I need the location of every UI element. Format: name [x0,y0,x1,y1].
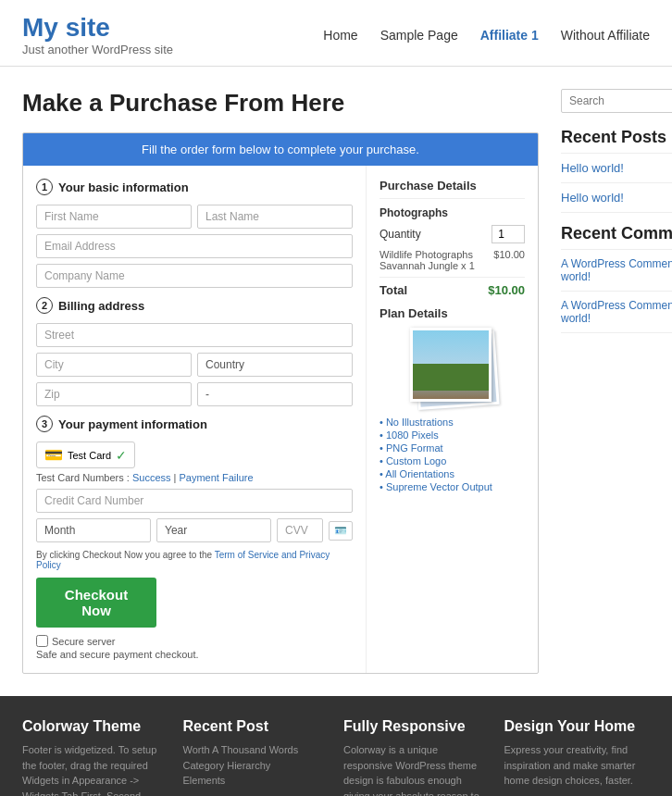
zip-input[interactable] [36,382,192,406]
search-box: 🔍 [561,89,672,113]
credit-card-input[interactable] [36,489,353,513]
footer-col3-title: Fully Responsive [343,718,490,735]
main-nav: Home Sample Page Affiliate 1 Without Aff… [323,28,650,43]
quantity-label: Quantity [380,228,421,241]
nav-without-affiliate[interactable]: Without Affiliate [561,28,650,43]
purchase-details-title: Purchase Details [380,179,525,199]
search-input[interactable] [569,94,672,107]
section2-label: Billing address [58,299,144,313]
form-body: 1 Your basic information [23,166,538,673]
footer-col1-text: Footer is widgetized. To setup the foote… [22,742,168,796]
form-left: 1 Your basic information [23,166,367,673]
feature-1: No Illustrations [380,417,525,428]
last-name-input[interactable] [197,205,353,229]
sidebar-comment-2: A WordPress Commenter on Hello world! [561,299,672,333]
company-input[interactable] [36,264,353,288]
street-row [36,323,353,347]
company-row [36,264,353,288]
tos-text: By clicking Checkout Now you agree to th… [36,550,353,570]
first-name-input[interactable] [36,205,192,229]
form-right: Purchase Details Photographs Quantity Wi… [367,166,538,673]
photo-ground [413,364,489,392]
street-input[interactable] [36,323,353,347]
total-amount: $10.00 [488,283,525,297]
cvv-icon: 🪪 [329,521,353,541]
section3-heading: 3 Your payment information [36,416,353,432]
section1-num: 1 [36,179,53,195]
site-title: My site [22,13,173,43]
product-detail: Wildlife Photographs Savannah Jungle x 1 [380,249,475,271]
city-input[interactable] [36,353,192,377]
success-link[interactable]: Success [132,472,171,483]
footer-col4-text: Express your creativity, find inspiratio… [504,742,651,789]
nav-sample-page[interactable]: Sample Page [380,28,458,43]
email-input[interactable] [36,234,353,258]
footer-col-1: Colorway Theme Footer is widgetized. To … [22,718,168,796]
month-select[interactable]: Month [36,518,151,542]
feature-2: 1080 Pixels [380,429,525,441]
footer-col-2: Recent Post Worth A Thousand Words Categ… [183,718,330,796]
quantity-row: Quantity [380,225,525,243]
purchase-form: Fill the order form below to complete yo… [22,132,539,674]
secure-payment-text: Safe and secure payment checkout. [36,649,353,660]
footer-col-4: Design Your Home Express your creativity… [504,718,651,796]
plan-details-title: Plan Details [380,306,525,320]
section1-label: Your basic information [58,180,189,194]
expiry-cvv-row: Month Year 🪪 [36,518,353,542]
section3-label: Your payment information [58,417,207,431]
feature-5: All Orientations [380,468,525,479]
test-card-area: 💳 Test Card ✓ [36,442,353,472]
section3-num: 3 [36,416,53,432]
dash-select[interactable]: - [197,382,353,406]
comment1-author[interactable]: A WordPress Commenter [561,257,672,270]
secure-checkbox[interactable] [36,635,48,647]
check-icon: ✓ [116,448,127,463]
card-icon: 💳 [44,446,63,464]
comment2-author[interactable]: A WordPress Commenter [561,299,672,312]
photo-stack [406,326,499,409]
feature-4: Custom Logo [380,455,525,466]
feature-6: Supreme Vector Output [380,481,525,492]
secure-row: Secure server [36,635,353,647]
cc-row [36,489,353,513]
city-country-row: Country [36,353,353,377]
cvv-input[interactable] [277,518,323,542]
name-row [36,205,353,229]
checkout-button[interactable]: Checkout Now [36,578,156,628]
feature-3: PNG Format [380,442,525,454]
form-header: Fill the order form below to complete yo… [23,133,538,166]
total-label: Total [380,283,407,297]
quantity-input[interactable] [492,225,525,243]
photo-front [410,328,492,402]
failure-link[interactable]: Payment Failure [180,472,254,483]
section2-heading: 2 Billing address [36,297,353,314]
site-branding: My site Just another WordPress site [22,13,173,56]
recent-posts-title: Recent Posts [561,128,672,154]
site-subtitle: Just another WordPress site [22,43,173,56]
total-row: Total $10.00 [380,277,525,297]
nav-affiliate1[interactable]: Affiliate 1 [480,28,539,43]
sidebar-post-2[interactable]: Hello world! [561,191,672,213]
page-title: Make a Purchase From Here [22,89,539,118]
nav-home[interactable]: Home [323,28,357,43]
header: My site Just another WordPress site Home… [0,0,672,67]
main-content: Make a Purchase From Here Fill the order… [0,67,672,696]
photo-sky [413,330,489,368]
plan-features: No Illustrations 1080 Pixels PNG Format … [380,417,525,492]
footer-col1-title: Colorway Theme [22,718,168,735]
product-detail-row: Wildlife Photographs Savannah Jungle x 1… [380,249,525,271]
recent-comments-title: Recent Comments [561,224,672,250]
section1-heading: 1 Your basic information [36,179,353,195]
product-name: Photographs [380,206,525,219]
footer-col-3: Fully Responsive Colorway is a unique re… [343,718,490,796]
sidebar-post-1[interactable]: Hello world! [561,161,672,183]
sidebar-comment-1: A WordPress Commenter on Hello world! [561,257,672,292]
footer-col3-text: Colorway is a unique responsive WordPres… [343,742,490,796]
content-area: Make a Purchase From Here Fill the order… [22,89,539,674]
test-card-button[interactable]: 💳 Test Card ✓ [36,442,135,468]
country-select[interactable]: Country [197,353,353,377]
footer-main: Colorway Theme Footer is widgetized. To … [0,696,672,796]
footer-col4-title: Design Your Home [504,718,651,735]
year-select[interactable]: Year [156,518,271,542]
product-price: $10.00 [493,249,525,271]
